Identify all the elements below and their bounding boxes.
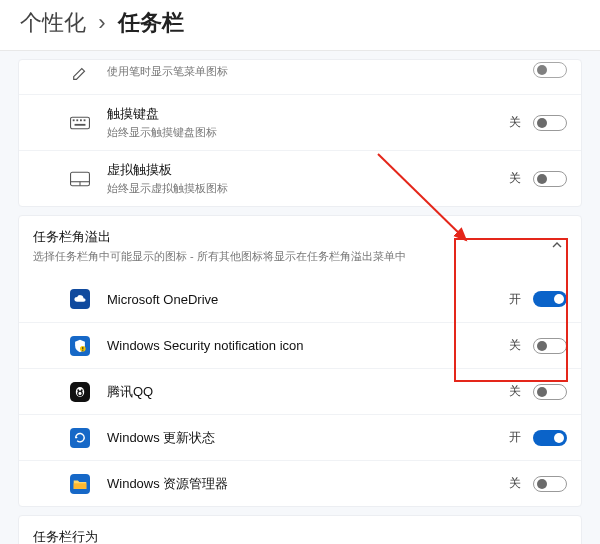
overflow-item-label: Windows 资源管理器 [107, 475, 505, 493]
svg-rect-3 [80, 119, 82, 121]
system-icons-card: 使用笔时显示笔菜单图标 触摸键盘 始终显示触摸键盘图标 关 虚拟触摸板 始终显示… [18, 59, 582, 207]
explorer-icon [69, 473, 91, 495]
overflow-item-label: 腾讯QQ [107, 383, 505, 401]
svg-rect-11 [82, 349, 83, 350]
system-row-1: 触摸键盘 始终显示触摸键盘图标 关 [19, 94, 581, 150]
overflow-subtitle: 选择任务栏角中可能显示的图标 - 所有其他图标将显示在任务栏角溢出菜单中 [33, 249, 547, 264]
overflow-row-1: Windows Security notification icon 关 [19, 322, 581, 368]
breadcrumb[interactable]: 个性化 › 任务栏 [20, 8, 580, 38]
system-row-subtitle: 使用笔时显示笔菜单图标 [107, 64, 533, 79]
toggle-state-label: 关 [505, 170, 521, 187]
overflow-2-toggle[interactable] [533, 384, 567, 400]
header: 个性化 › 任务栏 [0, 0, 600, 51]
svg-rect-10 [82, 347, 83, 349]
svg-point-14 [78, 391, 81, 394]
toggle-state-label: 开 [505, 291, 521, 308]
breadcrumb-separator: › [98, 10, 105, 35]
system-row-title: 触摸键盘 [107, 105, 505, 123]
onedrive-icon [69, 288, 91, 310]
overflow-row-2: 腾讯QQ 关 [19, 368, 581, 414]
system-row-0: 使用笔时显示笔菜单图标 [19, 60, 581, 94]
overflow-title: 任务栏角溢出 [33, 228, 547, 246]
page-content: 使用笔时显示笔菜单图标 触摸键盘 始终显示触摸键盘图标 关 虚拟触摸板 始终显示… [0, 59, 600, 544]
behavior-header[interactable]: 任务栏行为 任务栏对齐、标记、自动隐藏和多个显示器 [19, 516, 581, 544]
keyboard-icon [69, 112, 91, 134]
overflow-4-toggle[interactable] [533, 476, 567, 492]
overflow-item-label: Windows Security notification icon [107, 338, 505, 353]
chevron-up-icon[interactable] [547, 235, 567, 258]
svg-rect-4 [84, 119, 86, 121]
overflow-0-toggle[interactable] [533, 291, 567, 307]
system-row-title: 虚拟触摸板 [107, 161, 505, 179]
overflow-1-toggle[interactable] [533, 338, 567, 354]
svg-point-16 [81, 389, 83, 391]
toggle-state-label: 关 [505, 383, 521, 400]
system-row-subtitle: 始终显示触摸键盘图标 [107, 125, 505, 140]
svg-rect-17 [74, 483, 87, 489]
toggle-state-label: 关 [505, 114, 521, 131]
qq-icon [69, 381, 91, 403]
system-row-2: 虚拟触摸板 始终显示虚拟触摸板图标 关 [19, 150, 581, 206]
svg-rect-2 [76, 119, 78, 121]
toggle-state-label: 关 [505, 475, 521, 492]
breadcrumb-parent[interactable]: 个性化 [20, 10, 86, 35]
security-icon [69, 335, 91, 357]
behavior-title: 任务栏行为 [33, 528, 567, 544]
toggle-state-label: 关 [505, 337, 521, 354]
svg-point-15 [77, 389, 79, 391]
system-2-toggle[interactable] [533, 171, 567, 187]
system-0-toggle[interactable] [533, 62, 567, 78]
behavior-card: 任务栏行为 任务栏对齐、标记、自动隐藏和多个显示器 [18, 515, 582, 544]
svg-rect-5 [75, 123, 86, 125]
system-1-toggle[interactable] [533, 115, 567, 131]
overflow-header[interactable]: 任务栏角溢出 选择任务栏角中可能显示的图标 - 所有其他图标将显示在任务栏角溢出… [19, 216, 581, 276]
toggle-state-label: 开 [505, 429, 521, 446]
overflow-item-label: Microsoft OneDrive [107, 292, 505, 307]
overflow-row-3: Windows 更新状态 开 [19, 414, 581, 460]
pen-icon [69, 62, 91, 84]
overflow-3-toggle[interactable] [533, 430, 567, 446]
overflow-row-0: Microsoft OneDrive 开 [19, 276, 581, 322]
breadcrumb-current: 任务栏 [118, 10, 184, 35]
svg-rect-0 [71, 117, 90, 129]
touchpad-icon [69, 168, 91, 190]
overflow-row-4: Windows 资源管理器 关 [19, 460, 581, 506]
system-row-subtitle: 始终显示虚拟触摸板图标 [107, 181, 505, 196]
overflow-item-label: Windows 更新状态 [107, 429, 505, 447]
svg-rect-1 [73, 119, 75, 121]
overflow-card: 任务栏角溢出 选择任务栏角中可能显示的图标 - 所有其他图标将显示在任务栏角溢出… [18, 215, 582, 507]
update-icon [69, 427, 91, 449]
